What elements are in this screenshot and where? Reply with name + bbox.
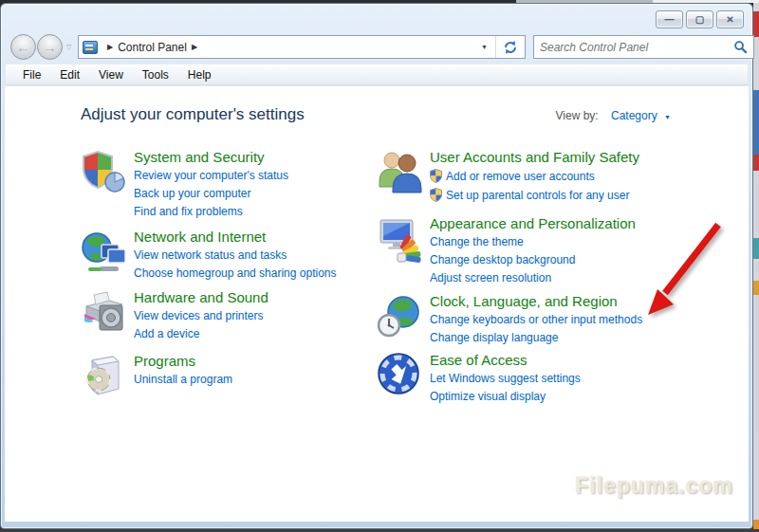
category-link[interactable]: Back up your computer [134,187,288,200]
minimize-button[interactable]: — [656,10,683,28]
category-hardware-sound: Hardware and Sound View devices and prin… [81,289,268,345]
control-panel-icon [83,41,98,54]
sliver-segment [753,238,759,259]
breadcrumb-arrow-icon[interactable]: ▶ [192,43,197,51]
category-link[interactable]: Uninstall a program [134,373,232,386]
refresh-button[interactable] [496,36,525,58]
breadcrumb-arrow-icon[interactable]: ▶ [107,43,113,51]
chevron-down-icon[interactable]: ▼ [664,114,671,120]
content-area: Adjust your computer's settings View by:… [5,86,749,522]
network-internet-icon[interactable] [81,229,128,276]
category-network-internet: Network and Internet View network status… [81,229,336,284]
category-link-label: Set up parental controls for any user [446,189,629,202]
category-link-label: Add or remove user accounts [446,170,595,183]
hardware-sound-icon[interactable] [81,289,128,337]
address-bar[interactable]: ▶ Control Panel ▶ ▼ [78,35,526,59]
search-input[interactable] [540,41,733,54]
menu-view[interactable]: View [89,65,133,84]
clock-language-region-icon[interactable] [377,293,424,340]
user-accounts-icon[interactable] [377,149,424,194]
category-title-link[interactable]: System and Security [134,149,288,165]
back-button[interactable]: ← [10,34,36,60]
category-link[interactable]: Review your computer's status [134,169,288,182]
uac-shield-icon [430,188,442,202]
category-link[interactable]: Change display language [430,331,642,344]
refresh-icon [503,40,518,55]
category-system-security: System and Security Review your computer… [81,149,288,223]
category-link[interactable]: View network status and tasks [134,248,336,262]
category-link[interactable]: Change desktop background [430,253,636,266]
category-link[interactable]: Choose homegroup and sharing options [134,266,336,280]
sliver-segment [753,520,759,529]
control-panel-window: — ▢ ✕ ← → ▽ ▶ Control Panel ▶ ▼ [0,3,753,529]
view-by-control: View by: Category ▼ [556,109,671,122]
category-link[interactable]: Add or remove user accounts [430,169,639,183]
category-title-link[interactable]: Ease of Access [430,352,581,368]
category-clock-language: Clock, Language, and Region Change keybo… [377,293,642,349]
category-link[interactable]: Set up parental controls for any user [430,188,639,202]
category-user-accounts: User Accounts and Family Safety Add or r… [377,149,639,207]
menu-help[interactable]: Help [178,65,221,84]
sliver-segment [753,90,759,155]
category-link[interactable]: Add a device [134,327,268,340]
screen-behind-right-sliver [753,3,759,529]
search-box[interactable] [533,35,754,59]
category-programs: Programs Uninstall a program [81,353,232,391]
category-title-link[interactable]: Network and Internet [134,229,336,245]
appearance-personalization-icon[interactable] [377,215,424,263]
watermark: Filepuma.com [575,473,733,499]
view-by-label: View by: [556,109,599,122]
category-title-link[interactable]: Programs [134,353,232,369]
address-dropdown-icon[interactable]: ▼ [481,44,488,50]
search-icon[interactable] [733,40,748,54]
category-link[interactable]: Change the theme [430,235,636,248]
uac-shield-icon [430,169,442,183]
category-appearance: Appearance and Personalization Change th… [377,215,636,289]
category-link[interactable]: Find and fix problems [134,205,288,218]
page-title: Adjust your computer's settings [81,105,305,124]
menu-tools[interactable]: Tools [133,65,178,84]
category-link[interactable]: Change keyboards or other input methods [430,313,642,326]
menu-bar: File Edit View Tools Help [6,64,748,85]
close-button[interactable]: ✕ [716,10,744,28]
sliver-segment [753,11,759,37]
window-controls: — ▢ ✕ [656,10,744,28]
category-link[interactable]: Adjust screen resolution [430,271,636,284]
maximize-button[interactable]: ▢ [686,10,713,28]
category-title-link[interactable]: Hardware and Sound [134,289,268,305]
category-link[interactable]: Let Windows suggest settings [430,372,581,385]
category-ease-of-access: Ease of Access Let Windows suggest setti… [377,352,581,408]
ease-of-access-icon[interactable] [377,352,420,395]
navigation-bar: ← → ▽ ▶ Control Panel ▶ ▼ [6,33,748,62]
sliver-segment [753,155,759,171]
view-by-value[interactable]: Category [611,109,657,122]
category-link[interactable]: View devices and printers [134,309,268,322]
category-link[interactable]: Optimize visual display [430,390,581,403]
breadcrumb[interactable]: Control Panel [118,41,187,54]
menu-edit[interactable]: Edit [50,65,89,84]
category-title-link[interactable]: Clock, Language, and Region [430,293,642,309]
category-title-link[interactable]: Appearance and Personalization [430,215,636,231]
recent-pages-dropdown-icon[interactable]: ▽ [66,44,71,51]
programs-icon[interactable] [81,353,126,398]
system-security-icon[interactable] [81,149,128,196]
menu-file[interactable]: File [13,65,50,84]
sliver-segment [753,281,759,295]
forward-button[interactable]: → [37,34,63,60]
category-title-link[interactable]: User Accounts and Family Safety [430,149,639,165]
